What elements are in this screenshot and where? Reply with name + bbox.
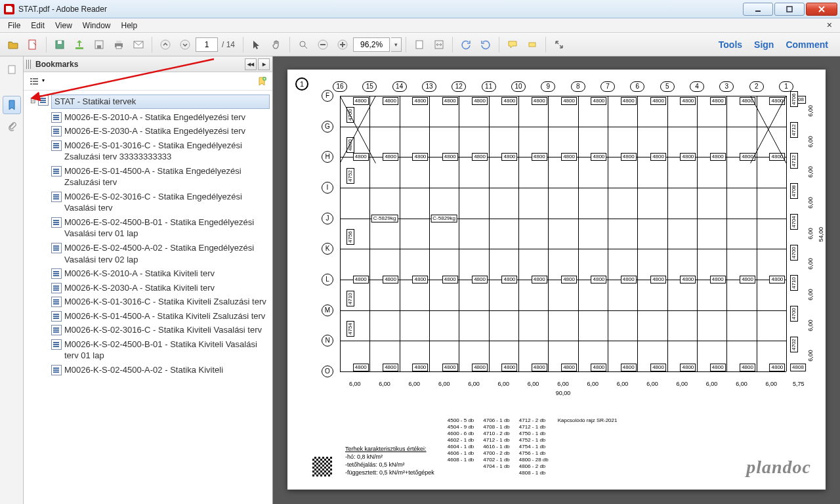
zoom-dropdown-button[interactable]: ▾ xyxy=(391,37,402,52)
bookmark-icon xyxy=(51,126,62,136)
fit-width-icon[interactable] xyxy=(430,35,448,54)
fit-page-icon[interactable] xyxy=(410,35,429,54)
window-title: STAT.pdf - Adobe Reader xyxy=(18,5,107,14)
bookmark-item[interactable]: M0026-K-S-2010-A - Statika Kiviteli terv xyxy=(41,266,271,281)
svg-rect-20 xyxy=(416,41,423,49)
thumbnails-tab-icon[interactable] xyxy=(3,60,21,79)
bookmark-icon xyxy=(51,339,62,350)
bookmark-item[interactable]: M0026-K-S-02-4500-A-02 - Statika Kivitel… xyxy=(41,363,271,377)
bookmarks-collapse-button[interactable]: ◂◂ xyxy=(245,58,257,70)
svg-rect-23 xyxy=(9,66,15,74)
pdf-page: 1 16154800480014480048001348004800124800… xyxy=(287,70,826,490)
bookmarks-options-button[interactable]: ▸ xyxy=(258,58,270,70)
window-close-button[interactable] xyxy=(806,3,837,16)
comment-icon[interactable] xyxy=(503,35,522,54)
zoom-in-icon[interactable] xyxy=(333,35,352,54)
svg-rect-26 xyxy=(30,81,32,82)
bookmark-item[interactable]: M0026-E-S-01-4500-A - Statika Engedélyez… xyxy=(41,164,271,190)
rotate-ccw-icon[interactable] xyxy=(457,35,475,54)
bookmark-icon xyxy=(51,140,62,151)
svg-rect-2 xyxy=(29,40,35,49)
page-count-label: / 14 xyxy=(219,40,239,49)
svg-rect-4 xyxy=(58,41,62,44)
read-mode-icon[interactable] xyxy=(550,35,568,54)
bookmark-item[interactable]: M0026-K-S-02-4500-B-01 - Statika Kivitel… xyxy=(41,337,271,363)
bookmark-item[interactable]: M0026-E-S-01-3016-C - Statika Engedélyez… xyxy=(41,138,271,164)
menu-window[interactable]: Window xyxy=(77,20,116,32)
bookmark-icon xyxy=(51,217,62,228)
brand-logo: plandoc xyxy=(746,458,811,476)
svg-rect-10 xyxy=(116,46,121,49)
svg-point-12 xyxy=(161,40,170,49)
svg-point-13 xyxy=(180,40,190,49)
export-icon[interactable] xyxy=(70,35,89,54)
bookmark-item[interactable]: M0026-E-S-02-4500-A-02 - Statika Engedél… xyxy=(41,241,271,266)
bookmark-icon xyxy=(51,192,62,202)
email-icon[interactable] xyxy=(129,35,148,54)
page-up-icon[interactable] xyxy=(156,35,175,54)
window-maximize-button[interactable] xyxy=(774,3,805,16)
page-number-input[interactable]: 1 xyxy=(196,37,218,52)
svg-rect-27 xyxy=(33,81,38,82)
menu-edit[interactable]: Edit xyxy=(26,20,50,32)
create-pdf-icon[interactable] xyxy=(24,35,42,54)
document-close-button[interactable]: × xyxy=(823,20,836,30)
svg-rect-29 xyxy=(33,83,38,85)
bookmark-item[interactable]: M0026-K-S-2030-A - Statika Kiviteli terv xyxy=(41,281,271,295)
bookmark-item[interactable]: M0026-K-S-01-4500-A - Statika Kiviteli Z… xyxy=(41,309,271,324)
print-icon[interactable] xyxy=(110,35,128,54)
bookmark-icon xyxy=(51,297,62,307)
sign-link[interactable]: Sign xyxy=(754,39,774,50)
toolbar: 1 / 14 96,2% ▾ Tools Sign Comment xyxy=(0,33,840,56)
bookmarks-title: Bookmarks xyxy=(35,60,78,69)
page-badge: 1 xyxy=(295,77,308,91)
comment-link[interactable]: Comment xyxy=(786,39,828,50)
zoom-value-input[interactable]: 96,2% xyxy=(353,37,390,52)
menu-view[interactable]: View xyxy=(50,20,77,32)
bookmark-root[interactable]: ⊟ STAT - Statikai tervek xyxy=(28,93,271,110)
svg-point-14 xyxy=(300,41,305,47)
document-viewer[interactable]: 1 16154800480014480048001348004800124800… xyxy=(273,56,840,504)
bookmarks-list-icon[interactable]: ▾ xyxy=(28,75,41,88)
bookmarks-tab-icon[interactable] xyxy=(3,96,21,114)
select-tool-icon[interactable] xyxy=(247,35,266,54)
rotate-cw-icon[interactable] xyxy=(476,35,495,54)
svg-rect-22 xyxy=(529,43,536,47)
marquee-zoom-icon[interactable] xyxy=(294,35,312,54)
bookmark-icon xyxy=(51,365,62,375)
bookmark-icon xyxy=(51,311,62,322)
app-icon xyxy=(4,4,14,14)
bookmarks-tree[interactable]: ⊟ STAT - Statikai tervek M0026-E-S-2010-… xyxy=(24,91,272,504)
bookmark-icon xyxy=(51,283,62,293)
bookmark-item[interactable]: M0026-K-S-01-3016-C - Statika Kiviteli Z… xyxy=(41,295,271,309)
bookmark-item[interactable]: M0026-E-S-2030-A - Statika Engedélyezési… xyxy=(41,124,271,138)
svg-rect-1 xyxy=(787,7,792,12)
attachments-tab-icon[interactable] xyxy=(3,117,21,135)
hand-tool-icon[interactable] xyxy=(267,35,285,54)
svg-rect-7 xyxy=(97,45,101,49)
count-table: 4500 - 5 db4706 - 1 db4712 - 2 dbKapcsol… xyxy=(448,417,618,476)
window-minimize-button[interactable] xyxy=(743,3,773,16)
svg-rect-24 xyxy=(30,78,32,79)
bookmark-item[interactable]: M0026-K-S-02-3016-C - Statika Kiviteli V… xyxy=(41,323,271,337)
save-as-icon[interactable] xyxy=(90,35,108,54)
panel-grip-icon[interactable] xyxy=(26,60,32,69)
bookmark-icon xyxy=(51,268,62,279)
save-icon[interactable] xyxy=(51,35,69,54)
page-down-icon[interactable] xyxy=(176,35,194,54)
bookmark-item[interactable]: M0026-E-S-02-3016-C - Statika Engedélyez… xyxy=(41,190,271,215)
new-bookmark-icon[interactable] xyxy=(255,75,268,88)
bookmark-icon xyxy=(51,325,62,335)
bookmark-item[interactable]: M0026-E-S-2010-A - Statika Engedélyezési… xyxy=(41,110,271,125)
open-icon[interactable] xyxy=(4,35,22,54)
bookmark-item[interactable]: M0026-E-S-02-4500-B-01 - Statika Engedél… xyxy=(41,215,271,241)
qr-code-icon xyxy=(312,457,332,476)
menu-help[interactable]: Help xyxy=(116,20,143,32)
menu-file[interactable]: File xyxy=(3,20,26,32)
highlight-icon[interactable] xyxy=(523,35,541,54)
svg-rect-19 xyxy=(342,42,343,47)
window-titlebar: STAT.pdf - Adobe Reader xyxy=(0,0,840,18)
zoom-out-icon[interactable] xyxy=(314,35,332,54)
svg-rect-28 xyxy=(30,83,32,85)
tools-link[interactable]: Tools xyxy=(719,39,742,50)
